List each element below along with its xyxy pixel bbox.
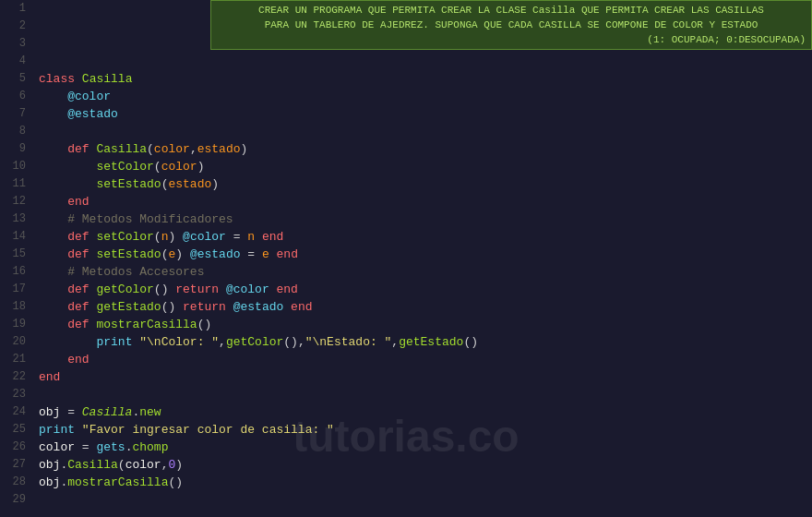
code-line-20: print "\nColor: ",getColor(),"\nEstado: …: [39, 333, 812, 351]
code-line-12: end: [39, 193, 812, 210]
tooltip-comment: CREAR UN PROGRAMA QUE PERMITA CREAR LA C…: [210, 0, 812, 50]
code-line-9: def Casilla(color,estado): [39, 140, 812, 158]
line-numbers: 1 2 3 4 5 6 7 8 9 10 11 12 13 14 15 16 1…: [0, 0, 33, 517]
code-line-19: def mostrarCasilla(): [39, 316, 812, 333]
code-line-8: [39, 123, 812, 140]
code-line-11: setEstado(estado): [39, 175, 812, 193]
code-content[interactable]: class Casilla @color @estado def Casilla…: [33, 0, 812, 517]
code-line-16: # Metodos Accesores: [39, 263, 812, 281]
tooltip-line1: CREAR UN PROGRAMA QUE PERMITA CREAR LA C…: [217, 3, 806, 18]
code-line-25: print "Favor ingresar color de casilla: …: [39, 421, 812, 439]
code-line-10: setColor(color): [39, 158, 812, 175]
code-line-5: class Casilla: [39, 70, 812, 88]
code-line-24: obj = Casilla.new: [39, 403, 812, 421]
code-line-13: # Metodos Modificadores: [39, 210, 812, 228]
code-line-27: obj.Casilla(color,0): [39, 456, 812, 474]
code-line-18: def getEstado() return @estado end: [39, 298, 812, 316]
code-editor: CREAR UN PROGRAMA QUE PERMITA CREAR LA C…: [0, 0, 812, 517]
code-line-23: [39, 386, 812, 403]
code-line-26: color = gets.chomp: [39, 439, 812, 456]
tooltip-line2: PARA UN TABLERO DE AJEDREZ. SUPONGA QUE …: [217, 18, 806, 32]
tooltip-line3: (1: OCUPADA; 0:DESOCUPADA): [217, 32, 806, 47]
code-line-4: [39, 53, 812, 70]
code-line-22: end: [39, 368, 812, 386]
code-line-17: def getColor() return @color end: [39, 281, 812, 298]
code-line-21: end: [39, 351, 812, 368]
code-line-15: def setEstado(e) @estado = e end: [39, 246, 812, 263]
code-line-6: @color: [39, 88, 812, 105]
code-line-7: @estado: [39, 105, 812, 123]
code-line-28: obj.mostrarCasilla(): [39, 474, 812, 491]
code-line-14: def setColor(n) @color = n end: [39, 228, 812, 246]
